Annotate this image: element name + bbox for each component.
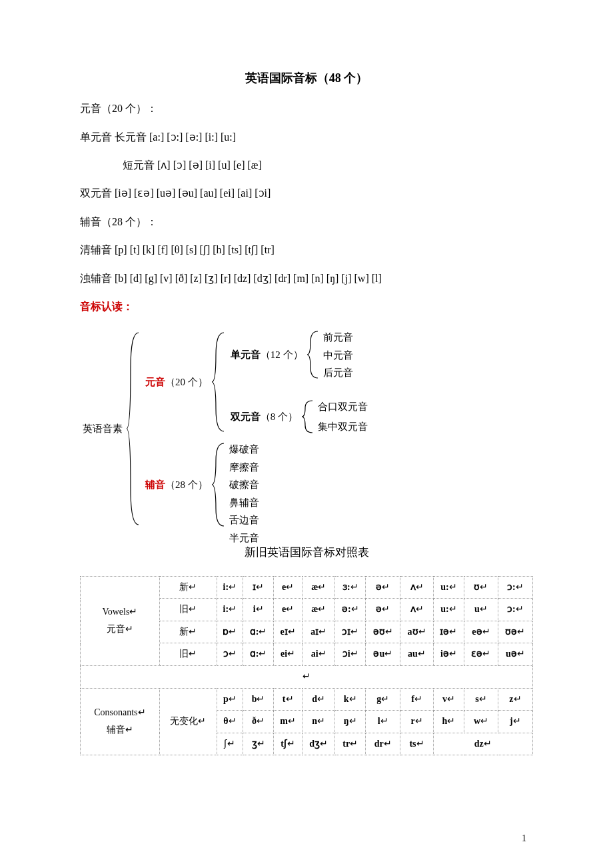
ipa-cell: æ↵ [303, 576, 335, 599]
ipa-cell: ɔɪ↵ [335, 621, 366, 643]
ipa-cell: i↵ [243, 599, 274, 621]
ipa-cell: iə↵ [433, 643, 464, 666]
ipa-cell: au↵ [400, 643, 433, 666]
diphthongs: 双元音 [iə] [ɛə] [uə] [əu] [au] [ei] [ai] [… [80, 183, 533, 203]
ipa-cell: i:↵ [217, 599, 243, 621]
closing-diph: 合口双元音 [315, 398, 370, 416]
page-title: 英语国际音标（48 个） [80, 67, 533, 89]
plosive: 爆破音 [227, 441, 262, 459]
bracket-icon [211, 441, 227, 529]
ipa-cell: ə↵ [366, 576, 400, 599]
nasal: 鼻辅音 [227, 494, 262, 512]
ipa-cell: b↵ [243, 688, 274, 711]
centering-diph: 集中双元音 [315, 418, 370, 436]
fricative: 摩擦音 [227, 459, 262, 477]
ipa-cell: θ↵ [217, 711, 243, 733]
root-label: 英语音素 [80, 420, 125, 438]
ipa-cell: ʊə↵ [498, 621, 532, 643]
ipa-cell: e↵ [274, 599, 303, 621]
ipa-cell: tr↵ [335, 733, 366, 755]
back-vowel: 后元音 [320, 364, 356, 382]
ipa-cell: m↵ [274, 711, 303, 733]
ipa-cell: e↵ [274, 576, 303, 599]
reading-section-label: 音标认读： [80, 297, 533, 317]
long-vowels: 单元音 长元音 [a:] [ɔ:] [ə:] [i:] [u:] [80, 127, 533, 147]
ipa-cell: t↵ [274, 688, 303, 711]
diph-label: 双元音（8 个） [228, 408, 301, 426]
cons-row-label: Consonants↵辅音↵ [81, 688, 160, 755]
ipa-cell: h↵ [433, 711, 464, 733]
ipa-cell: ɛə↵ [464, 643, 498, 666]
ipa-cell: l↵ [366, 711, 400, 733]
bracket-icon [125, 329, 143, 529]
page-number: 1 [522, 830, 526, 848]
ipa-cell: ei↵ [274, 643, 303, 666]
ipa-cell: ʒ↵ [243, 733, 274, 755]
table-row: Consonants↵辅音↵ 无变化↵ p↵ b↵ t↵ d↵ k↵ g↵ f↵… [81, 688, 533, 711]
ipa-cell: ð↵ [243, 711, 274, 733]
phoneme-hierarchy: 英语音素 元音（20 个） 单元音（12 个） 前元音 [80, 329, 533, 529]
table-row: Vowels↵元音↵ 新↵ i:↵ ɪ↵ e↵ æ↵ ɜ:↵ ə↵ ʌ↵ u:↵… [81, 576, 533, 599]
ipa-cell: ɪə↵ [433, 621, 464, 643]
ipa-cell: ʌ↵ [400, 599, 433, 621]
ipa-cell: g↵ [366, 688, 400, 711]
ipa-cell: dr↵ [366, 733, 400, 755]
vowel-header: 元音（20 个）： [80, 99, 533, 119]
ipa-cell: u:↵ [433, 576, 464, 599]
no-change-label: 无变化↵ [159, 688, 217, 755]
short-vowels: 短元音 [ʌ] [ɔ] [ə] [i] [u] [e] [æ] [80, 155, 533, 175]
bracket-icon [301, 398, 315, 435]
ipa-cell: aʊ↵ [400, 621, 433, 643]
ipa-cell: u:↵ [433, 599, 464, 621]
ipa-cell: ɒ↵ [217, 621, 243, 643]
lateral: 舌边音 [227, 511, 262, 529]
consonant-label: 辅音（28 个） [143, 476, 211, 494]
ipa-cell: u↵ [464, 599, 498, 621]
ipa-cell: ʊ↵ [464, 576, 498, 599]
new-label: 新↵ [159, 576, 217, 599]
ipa-cell: æ↵ [303, 599, 335, 621]
central-vowel: 中元音 [320, 347, 356, 365]
ipa-cell: ʌ↵ [400, 576, 433, 599]
vowel-label: 元音（20 个） [143, 373, 211, 391]
comparison-table: Vowels↵元音↵ 新↵ i:↵ ɪ↵ e↵ æ↵ ɜ:↵ ə↵ ʌ↵ u:↵… [80, 576, 533, 756]
ipa-cell: v↵ [433, 688, 464, 711]
ipa-cell: ɔ:↵ [498, 599, 532, 621]
table-title: 新旧英语国际音标对照表 [80, 542, 533, 563]
consonant-header: 辅音（28 个）： [80, 212, 533, 232]
ipa-cell: ɪ↵ [243, 576, 274, 599]
ipa-cell: ɑ:↵ [243, 643, 274, 666]
ipa-cell: i:↵ [217, 576, 243, 599]
ipa-cell: ts↵ [400, 733, 433, 755]
ipa-cell: ɔi↵ [335, 643, 366, 666]
ipa-cell: əu↵ [366, 643, 400, 666]
affricate: 破擦音 [227, 476, 262, 494]
voiceless-consonants: 清辅音 [p] [t] [k] [f] [θ] [s] [ʃ] [h] [ts]… [80, 240, 533, 260]
ipa-cell: z↵ [498, 688, 532, 711]
ipa-cell: dz↵ [433, 733, 532, 755]
ipa-cell: ɜ:↵ [335, 576, 366, 599]
ipa-cell: ɑ:↵ [243, 621, 274, 643]
vowels-row-label: Vowels↵元音↵ [81, 576, 160, 665]
ipa-cell: eə↵ [464, 621, 498, 643]
ipa-cell: aɪ↵ [303, 621, 335, 643]
mono-label: 单元音（12 个） [228, 346, 306, 364]
ipa-cell: dʒ↵ [303, 733, 335, 755]
old-label: 旧↵ [159, 643, 217, 666]
ipa-cell: ʃ↵ [217, 733, 243, 755]
ipa-cell: ai↵ [303, 643, 335, 666]
ipa-cell: ɔ:↵ [498, 576, 532, 599]
table-spacer: ↵ [81, 665, 533, 688]
ipa-cell: ə:↵ [335, 599, 366, 621]
ipa-cell: ɔ↵ [217, 643, 243, 666]
ipa-cell: p↵ [217, 688, 243, 711]
ipa-cell: ə↵ [366, 599, 400, 621]
voiced-consonants: 浊辅音 [b] [d] [g] [v] [ð] [z] [ʒ] [r] [dz]… [80, 269, 533, 289]
ipa-cell: f↵ [400, 688, 433, 711]
ipa-cell: j↵ [498, 711, 532, 733]
ipa-cell: eɪ↵ [274, 621, 303, 643]
ipa-cell: əʊ↵ [366, 621, 400, 643]
ipa-cell: d↵ [303, 688, 335, 711]
ipa-cell: ŋ↵ [335, 711, 366, 733]
ipa-cell: n↵ [303, 711, 335, 733]
